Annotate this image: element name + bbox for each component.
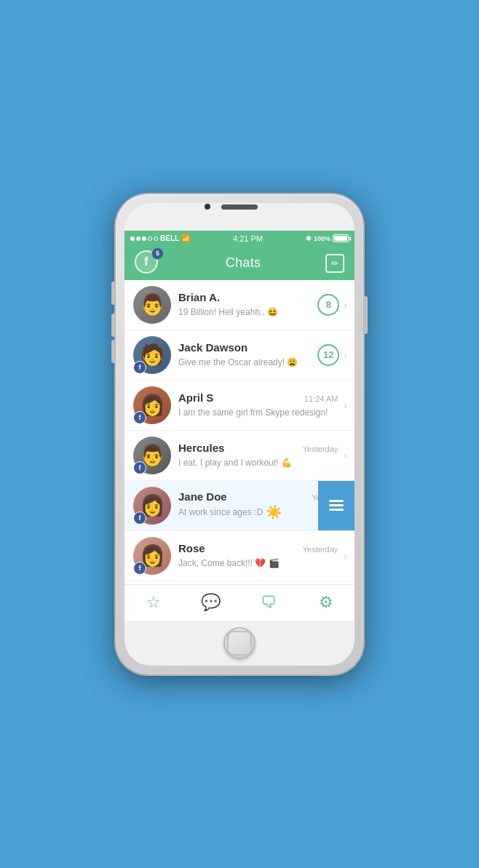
chat-content-hercules: Hercules Yesterday I eat, I play and I w… <box>178 442 338 469</box>
chat-item-rose[interactable]: 👩 f Rose Yesterday Jack, Come back!!! 💔 … <box>124 531 355 581</box>
speaker <box>221 204 258 210</box>
fb-badge-jane: f <box>133 511 146 525</box>
facebook-badge: 5 <box>151 247 164 260</box>
home-button-area <box>124 621 355 666</box>
tab-messages[interactable]: 💬 <box>193 585 229 621</box>
chat-name-hercules: Hercules <box>178 442 224 454</box>
swipe-bar-1 <box>329 500 344 502</box>
signal-dots <box>130 236 158 241</box>
chat-preview-jack: Give me the Oscar already! 😩 <box>178 357 298 367</box>
home-button[interactable] <box>223 627 256 659</box>
chat-item-hercules[interactable]: 👨 f Hercules Yesterday I eat, I play and… <box>124 431 355 481</box>
chat-item-jane[interactable]: 👩 f Jane Doe Yesterday At work since age… <box>124 481 355 531</box>
swipe-action-jane[interactable] <box>318 481 355 530</box>
sun-emoji-jane: ☀️ <box>266 504 282 520</box>
fb-badge-jack: f <box>133 361 146 374</box>
messages-icon: 💬 <box>201 593 221 612</box>
chat-preview-april: I am the same girl frm Skype redesign! <box>178 407 328 418</box>
chat-time-hercules: Yesterday <box>303 445 339 453</box>
avatar-wrap-brian: 👨 <box>133 286 171 324</box>
header-title: Chats <box>226 255 261 271</box>
status-bar: BELL 📶 4:21 PM ✱ 100% <box>124 231 355 247</box>
battery-icon <box>333 234 349 242</box>
signal-dot-5 <box>154 236 158 241</box>
tab-chats[interactable]: 🗨 <box>250 585 287 621</box>
tab-favorites[interactable]: ☆ <box>135 585 172 621</box>
signal-dot-4 <box>148 236 152 241</box>
carrier-label: BELL <box>160 234 179 242</box>
signal-dot-3 <box>142 236 146 241</box>
facebook-button[interactable]: f 5 <box>135 250 161 276</box>
compose-button[interactable] <box>325 254 344 273</box>
status-time: 4:21 PM <box>233 234 263 243</box>
chevron-rose: › <box>344 550 347 562</box>
avatar-brian: 👨 <box>133 286 171 324</box>
chat-name-jane: Jane Doe <box>178 490 227 503</box>
phone-screen: BELL 📶 4:21 PM ✱ 100% f 5 Chats <box>124 203 355 666</box>
chat-content-brian: Brian A. 19 Billion! Hell yeahh.. 😆 <box>178 291 312 318</box>
fb-badge-april: f <box>133 411 146 424</box>
battery-fill <box>334 236 347 241</box>
phone-frame: BELL 📶 4:21 PM ✱ 100% f 5 Chats <box>116 194 363 674</box>
chat-content-jack: Jack Dawson Give me the Oscar already! 😩 <box>178 341 312 368</box>
chat-name-brian: Brian A. <box>178 291 220 303</box>
chat-time-april: 11:24 AM <box>304 394 338 403</box>
chat-item-brian[interactable]: 👨 Brian A. 19 Billion! Hell yeahh.. 😆 8 … <box>124 280 355 330</box>
fb-badge-rose: f <box>133 562 146 575</box>
chat-right-hercules: › <box>344 450 347 461</box>
avatar-wrap-jack: 🧑 f <box>133 336 171 374</box>
chevron-april: › <box>344 399 347 411</box>
signal-dot-2 <box>136 236 140 241</box>
avatar-wrap-jane: 👩 f <box>133 487 171 525</box>
swipe-bar-3 <box>329 509 344 511</box>
chat-name-april: April S <box>178 391 213 404</box>
chats-icon: 🗨 <box>261 593 277 612</box>
battery-percent: 100% <box>314 235 330 242</box>
chat-right-april: › <box>344 399 347 411</box>
chat-top-jack: Jack Dawson <box>178 341 312 354</box>
chat-preview-rose: Jack, Come back!!! 💔 🎬 <box>178 558 280 568</box>
avatar-wrap-rose: 👩 f <box>133 537 171 575</box>
avatar-face-brian: 👨 <box>140 295 165 315</box>
chat-content-rose: Rose Yesterday Jack, Come back!!! 💔 🎬 <box>178 542 338 569</box>
avatar-wrap-april: 👩 f <box>133 386 171 424</box>
chat-right-rose: › <box>344 550 347 562</box>
swipe-bars-jane <box>329 500 344 511</box>
status-right: ✱ 100% <box>306 234 349 242</box>
app-header: f 5 Chats <box>124 247 355 280</box>
unread-badge-brian: 8 <box>317 294 339 316</box>
chat-name-jack: Jack Dawson <box>178 341 248 354</box>
bluetooth-icon: ✱ <box>306 235 312 242</box>
chat-item-jack[interactable]: 🧑 f Jack Dawson Give me the Oscar alread… <box>124 330 355 381</box>
chevron-jack: › <box>344 349 347 361</box>
home-button-inner <box>227 631 252 656</box>
chat-item-april[interactable]: 👩 f April S 11:24 AM I am the same girl … <box>124 381 355 431</box>
chat-name-rose: Rose <box>178 542 205 554</box>
chat-preview-brian: 19 Billion! Hell yeahh.. 😆 <box>178 307 278 317</box>
settings-icon: ⚙ <box>319 593 333 612</box>
chat-list: 👨 Brian A. 19 Billion! Hell yeahh.. 😆 8 … <box>124 280 355 584</box>
chat-content-april: April S 11:24 AM I am the same girl frm … <box>178 391 338 418</box>
avatar-wrap-hercules: 👨 f <box>133 437 171 474</box>
chat-top-hercules: Hercules Yesterday <box>178 442 338 454</box>
screen-content: BELL 📶 4:21 PM ✱ 100% f 5 Chats <box>124 231 355 621</box>
signal-dot-1 <box>130 236 135 241</box>
chat-right-jack: 12 › <box>317 344 347 366</box>
fb-badge-hercules: f <box>133 461 146 474</box>
chat-right-brian: 8 › <box>317 294 347 316</box>
chat-preview-jane: At work since ages :D <box>178 507 263 517</box>
tab-bar: ☆ 💬 🗨 ⚙ <box>124 584 355 621</box>
chat-top-brian: Brian A. <box>178 291 312 303</box>
camera <box>205 204 210 210</box>
unread-badge-jack: 12 <box>317 344 339 366</box>
tab-settings[interactable]: ⚙ <box>308 585 344 621</box>
chat-preview-hercules: I eat, I play and I workout! 💪 <box>178 458 292 468</box>
chevron-hercules: › <box>344 450 347 461</box>
chat-top-rose: Rose Yesterday <box>178 542 338 554</box>
chevron-brian: › <box>344 299 347 311</box>
swipe-bar-2 <box>329 504 344 506</box>
chat-top-april: April S 11:24 AM <box>178 391 338 404</box>
status-left: BELL 📶 <box>130 234 190 242</box>
favorites-icon: ☆ <box>146 593 161 612</box>
chat-item-mark[interactable]: 👨 Mark Z. Tuesday WhatsApp expired, boug… <box>124 581 355 584</box>
